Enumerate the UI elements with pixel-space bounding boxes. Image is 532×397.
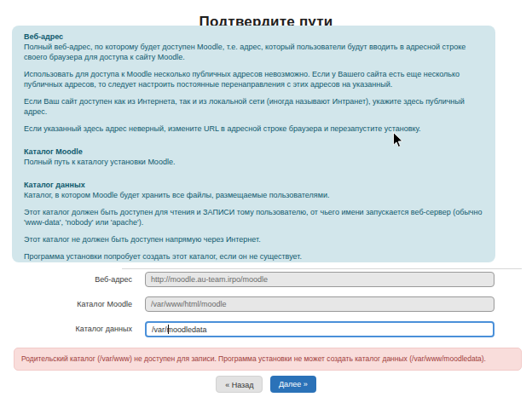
back-button[interactable]: « Назад (216, 376, 263, 393)
form-row-data-directory: Каталог данных (0, 321, 522, 337)
error-alert: Родительский каталог (/var/www) не досту… (14, 348, 522, 371)
info-paragraph: Полный путь к каталогу установки Moodle. (24, 157, 483, 167)
data-directory-input[interactable] (145, 321, 494, 337)
error-message: Родительский каталог (/var/www) не досту… (21, 354, 486, 363)
info-section-moodle-directory: Каталог Moodle Полный путь к каталогу ус… (24, 147, 483, 167)
form-divider (122, 268, 522, 269)
info-paragraph: Этот каталог должен быть доступен для чт… (24, 207, 483, 227)
info-paragraph: Если указанный здесь адрес неверный, изм… (24, 124, 483, 134)
info-paragraph: Этот каталог не должен быть доступен нап… (24, 234, 483, 245)
info-paragraph: Каталог, в котором Moodle будет хранить … (24, 190, 483, 200)
data-directory-label: Каталог данных (0, 321, 132, 337)
web-address-input[interactable] (145, 272, 494, 287)
form-row-web-address: Веб-адрес (0, 272, 522, 288)
form-row-moodle-directory: Каталог Moodle (0, 296, 522, 313)
next-button[interactable]: Далее » (270, 376, 316, 393)
moodle-directory-label: Каталог Moodle (0, 296, 132, 313)
info-heading-moodle-directory: Каталог Moodle (24, 147, 483, 157)
mouse-pointer-icon (392, 132, 403, 148)
info-heading-data-directory: Каталог данных (24, 180, 483, 190)
info-section-web-address: Веб-адрес Полный веб-адрес, по которому … (24, 32, 483, 134)
paths-info-alert: Веб-адрес Полный веб-адрес, по которому … (12, 26, 495, 262)
info-paragraph: Полный веб-адрес, по которому будет дост… (24, 42, 483, 62)
info-paragraph: Программа установки попробует создать эт… (24, 251, 483, 262)
text-caret (168, 325, 169, 334)
info-heading-web-address: Веб-адрес (24, 32, 483, 42)
web-address-label: Веб-адрес (0, 272, 132, 288)
moodle-directory-input[interactable] (145, 296, 494, 312)
info-paragraph: Если Ваш сайт доступен как из Интернета,… (24, 96, 483, 117)
info-paragraph: Использовать для доступа к Moodle нескол… (24, 69, 483, 89)
info-section-data-directory: Каталог данных Каталог, в котором Moodle… (24, 180, 483, 262)
form-buttons: « Назад Далее » (0, 376, 532, 393)
